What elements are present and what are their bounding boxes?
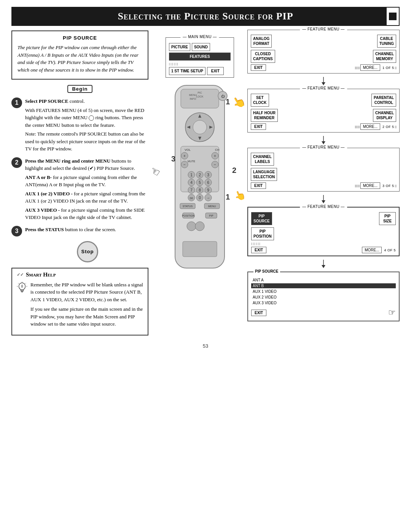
cable-tuning-btn[interactable]: CABLETUNING xyxy=(377,35,396,48)
exit-btn-2[interactable]: EXIT xyxy=(251,123,266,130)
svg-text:−: − xyxy=(183,163,186,167)
smart-help-title: ✓✓ Smart Help xyxy=(17,272,143,278)
exit-btn-main[interactable]: EXIT xyxy=(207,67,224,75)
exit-btn-4[interactable]: EXIT xyxy=(251,247,266,253)
remote-svg: PIC LOCK ⏻ MENU INFO VOL + xyxy=(162,81,238,280)
pip-position-btn[interactable]: PIPPOSITION xyxy=(251,227,274,240)
svg-text:1: 1 xyxy=(190,173,193,177)
step-2-content: Press the MENU ring and center MENU butt… xyxy=(25,157,148,223)
svg-text:MENU: MENU xyxy=(189,94,197,96)
pip-source-btn[interactable]: PIPSOURCE xyxy=(251,212,272,225)
svg-text:00: 00 xyxy=(190,197,193,200)
pip-option-aux1[interactable]: AUX 1 VIDEO xyxy=(251,289,396,294)
parental-control-btn[interactable]: PARENTALCONTROL xyxy=(371,94,396,107)
channel-display-btn[interactable]: CHANNELDISPLAY xyxy=(373,109,396,122)
pip-source-title: PIP SOURCE xyxy=(18,35,142,41)
svg-text:POSITION: POSITION xyxy=(182,214,194,217)
page-indicator-1: 1 OF 5 xyxy=(382,66,394,70)
exit-btn-1[interactable]: EXIT xyxy=(251,64,266,71)
more-btn-2[interactable]: MORE... xyxy=(360,123,380,130)
svg-line-5 xyxy=(25,283,26,284)
svg-text:7: 7 xyxy=(190,188,193,192)
pip-option-aux3[interactable]: AUX 3 VIDEO xyxy=(251,300,396,305)
svg-text:4: 4 xyxy=(190,181,193,185)
feature-menu-2-title: — FEATURE MENU — xyxy=(300,86,347,90)
more-btn-1[interactable]: MORE... xyxy=(360,64,380,71)
pip-source-body: The picture for the PIP window can come … xyxy=(18,44,142,73)
sound-btn[interactable]: SOUND xyxy=(192,43,210,51)
svg-text:+: + xyxy=(214,154,216,158)
svg-text:8: 8 xyxy=(199,188,201,192)
feature-menu-3-title: — FEATURE MENU — xyxy=(300,145,347,149)
feature-menu-4: — FEATURE MENU — PIPSOURCE PIPSIZE PIPPO… xyxy=(247,207,400,256)
features-btn[interactable]: FEATURES xyxy=(169,53,231,61)
arrow-2 xyxy=(247,136,400,144)
language-selection-btn[interactable]: LANGUAGESELECTION xyxy=(251,168,277,181)
svg-text:3: 3 xyxy=(207,173,209,177)
step-3-content: Press the STATUS button to clear the scr… xyxy=(25,226,148,235)
left-column: PIP SOURCE The picture for the PIP windo… xyxy=(11,26,152,335)
feature-menu-1-title: — FEATURE MENU — xyxy=(300,27,347,31)
channel-labels-btn[interactable]: CHANNELLABELS xyxy=(251,153,274,166)
first-time-setup-btn[interactable]: 1 ST TIME SETUP xyxy=(169,67,206,75)
closed-captions-btn[interactable]: CLOSEDCAPTIONS xyxy=(251,50,275,63)
svg-text:MUTE: MUTE xyxy=(188,160,195,163)
pip-source-panel-title: PIP SOURCE xyxy=(253,269,280,273)
main-menu-title: — MAIN MENU — xyxy=(180,35,219,39)
stop-section: Stop xyxy=(11,240,148,264)
pip-option-aux2[interactable]: AUX 2 VIDEO xyxy=(251,295,396,300)
pip-size-btn[interactable]: PIPSIZE xyxy=(379,212,396,225)
feature-menu-2: — FEATURE MENU — SETCLOCK PARENTALCONTRO… xyxy=(247,89,400,133)
pip-option-ant-a[interactable]: ANT A xyxy=(251,278,396,283)
step-1: 1 Select PIP SOURCE control. With FEATUR… xyxy=(11,97,148,154)
svg-text:1: 1 xyxy=(226,193,230,201)
svg-text:MENU: MENU xyxy=(208,205,216,208)
exit-btn-pip[interactable]: EXIT xyxy=(251,310,266,316)
svg-marker-83 xyxy=(322,265,325,268)
svg-marker-81 xyxy=(322,200,325,203)
pip-source-box: PIP SOURCE The picture for the PIP windo… xyxy=(11,30,148,80)
svg-text:2: 2 xyxy=(199,173,201,177)
remote-control: PIC LOCK ⏻ MENU INFO VOL + xyxy=(162,81,238,281)
picture-btn[interactable]: PICTURE xyxy=(169,43,190,51)
channel-memory-btn[interactable]: CHANNELMEMORY xyxy=(373,50,396,63)
svg-text:−: − xyxy=(214,163,216,167)
svg-text:VOL: VOL xyxy=(185,148,191,152)
svg-text:0: 0 xyxy=(199,196,201,200)
more-btn-3[interactable]: MORE... xyxy=(360,182,380,189)
step-2: 2 Press the MENU ring and center MENU bu… xyxy=(11,157,148,223)
content-wrapper: PIP SOURCE The picture for the PIP windo… xyxy=(11,26,400,335)
svg-marker-77 xyxy=(322,82,325,85)
half-hour-btn[interactable]: HALF HOURREMINDER xyxy=(251,109,278,122)
svg-text:PIC: PIC xyxy=(198,91,202,94)
svg-text:⏻: ⏻ xyxy=(221,94,225,98)
begin-badge: Begin xyxy=(67,85,92,93)
set-clock-btn[interactable]: SETCLOCK xyxy=(251,94,269,107)
smart-help-box: ✓✓ Smart Help xyxy=(11,268,148,335)
step-3: 3 Press the STATUS button to clear the s… xyxy=(11,226,148,236)
more-btn-4[interactable]: MORE... xyxy=(362,247,382,253)
middle-column: — MAIN MENU — PICTURE SOUND FEATURES | |… xyxy=(152,26,247,335)
step-3-number: 3 xyxy=(11,226,22,236)
smart-help-text: Remember, the PIP window will be blank u… xyxy=(17,281,143,330)
svg-text:6: 6 xyxy=(207,181,209,185)
feature-menu-3: — FEATURE MENU — CHANNELLABELS LANGUAGES… xyxy=(247,148,400,192)
page-title: Selecting the Picture Source for PIP xyxy=(118,11,293,22)
svg-text:3: 3 xyxy=(171,155,175,163)
begin-section: Begin xyxy=(11,82,148,95)
svg-text:→: → xyxy=(206,196,210,200)
exit-btn-3[interactable]: EXIT xyxy=(251,182,266,189)
svg-text:LOCK: LOCK xyxy=(196,95,203,98)
arrow-4 xyxy=(247,260,400,268)
feature-menu-4-title: — FEATURE MENU — xyxy=(300,204,347,209)
analog-format-btn[interactable]: ANALOGFORMAT xyxy=(251,35,272,48)
svg-point-69 xyxy=(187,222,196,231)
svg-rect-71 xyxy=(183,241,217,257)
page-indicator-4: 4 OF 5 xyxy=(384,248,396,252)
right-column: — FEATURE MENU — ANALOGFORMAT CABLETUNIN… xyxy=(247,26,400,335)
pip-option-ant-b[interactable]: ANT B xyxy=(251,283,396,288)
page-header: Selecting the Picture Source for PIP xyxy=(11,7,400,26)
hand-pointer-pip: ☞ xyxy=(388,308,396,318)
page-footer: 53 xyxy=(0,343,411,356)
svg-text:INFO: INFO xyxy=(190,97,196,100)
